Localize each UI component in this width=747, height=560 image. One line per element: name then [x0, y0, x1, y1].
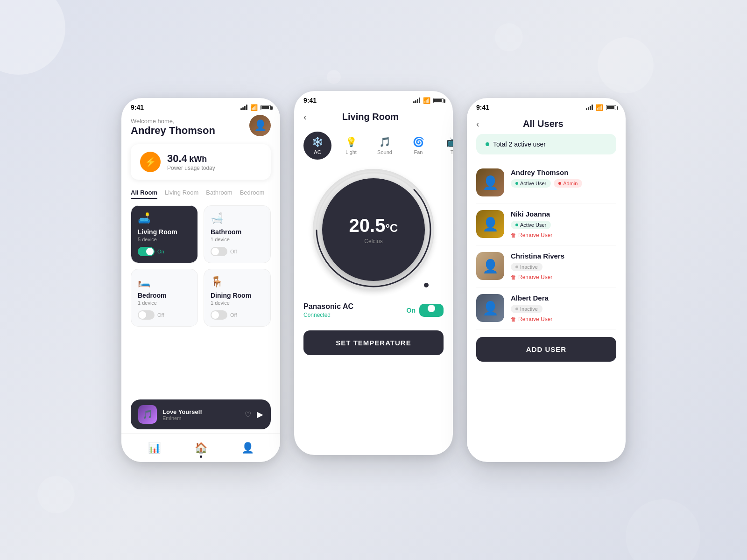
user-item-niki: 👤 Niki Joanna Active User 🗑 Remove User: [476, 203, 616, 245]
bathroom-devices: 1 device: [211, 237, 264, 242]
remove-user-niki[interactable]: 🗑 Remove User: [511, 232, 616, 238]
chart-icon: 📊: [148, 442, 161, 454]
badge-active-niki: Active User: [511, 221, 551, 229]
avatar-img-christina: 👤: [476, 252, 504, 280]
signal-icon-1: [240, 105, 247, 110]
music-artist: Eminem: [162, 415, 239, 421]
active-users-text: Total 2 active user: [493, 140, 546, 148]
temp-control: 20.5°C Celcius: [294, 160, 453, 295]
signal-icon-2: [413, 98, 420, 103]
welcome-text: Welcome home,: [131, 118, 215, 125]
badge-dot-albert: [515, 308, 518, 310]
ac-device-name: Panasonic AC: [303, 302, 353, 311]
device-tab-fan[interactable]: 🌀 Fan: [404, 132, 432, 160]
power-card: ⚡ 30.4 kWh Power usage today: [131, 144, 271, 180]
rooms-grid: 🛋️ Living Room 5 device On 🛁 Bathroom 1 …: [131, 205, 271, 327]
music-play-btn[interactable]: ▶: [257, 409, 263, 420]
remove-user-albert[interactable]: 🗑 Remove User: [511, 316, 616, 322]
user-avatar-home[interactable]: 👤: [249, 115, 271, 136]
battery-icon-2: [433, 98, 444, 103]
fan-icon: 🌀: [413, 136, 424, 147]
living-room-switch[interactable]: [138, 247, 155, 256]
device-tab-tv[interactable]: 📺 T: [438, 132, 453, 160]
device-tab-light[interactable]: 💡 Light: [337, 132, 365, 160]
bedroom-name: Bedroom: [138, 292, 191, 299]
music-thumbnail: 🎵: [138, 405, 157, 424]
nav-active-dot: [200, 455, 202, 458]
add-user-button[interactable]: ADD USER: [476, 337, 616, 362]
user-details-albert: Albert Dera Inactive 🗑 Remove User: [511, 294, 616, 322]
user-badges-andrey: Active User Admin: [511, 179, 616, 188]
music-controls: ♡ ▶: [245, 409, 263, 420]
room-card-bedroom[interactable]: 🛏️ Bedroom 1 device Off: [131, 269, 198, 327]
power-label: Power usage today: [167, 165, 215, 171]
avatar-christina: 👤: [476, 252, 504, 280]
temp-ring-outer[interactable]: 20.5°C Celcius: [313, 169, 434, 290]
room-card-dining[interactable]: 🪑 Dining Room 1 device Off: [204, 269, 271, 327]
trash-icon-albert: 🗑: [511, 316, 516, 322]
temp-arc-svg: [313, 169, 434, 290]
bedroom-switch[interactable]: [138, 310, 155, 320]
users-header: ‹ All Users: [467, 114, 626, 134]
avatar-niki: 👤: [476, 210, 504, 238]
wifi-icon-3: 📶: [596, 104, 603, 111]
bedroom-devices: 1 device: [138, 300, 191, 306]
status-bar-3: 9:41 📶: [467, 98, 626, 114]
ac-toggle-label: On: [407, 307, 416, 314]
user-name-niki: Niki Joanna: [511, 210, 616, 218]
bathroom-toggle-label: Off: [230, 249, 237, 254]
home-icon: 🏠: [195, 442, 207, 454]
bathroom-switch[interactable]: [211, 247, 227, 256]
room-card-living[interactable]: 🛋️ Living Room 5 device On: [131, 205, 198, 263]
phone-living-room: 9:41 📶 ‹ Living Room ❄️ AC: [294, 91, 453, 455]
knob-dot[interactable]: [423, 282, 430, 288]
tab-all-room[interactable]: All Room: [131, 189, 157, 199]
phones-container: 9:41 📶 Welcome home, Andrey Thomson: [121, 98, 626, 462]
remove-user-christina[interactable]: 🗑 Remove User: [511, 274, 616, 280]
device-tab-ac[interactable]: ❄️ AC: [303, 132, 331, 160]
bathroom-icon: 🛁: [211, 212, 264, 224]
trash-icon-christina: 🗑: [511, 274, 516, 280]
tab-bathroom[interactable]: Bathroom: [206, 189, 232, 199]
badge-dot-andrey: [515, 182, 518, 185]
badge-dot-niki: [515, 224, 518, 226]
music-bar: 🎵 Love Yourself Eminem ♡ ▶: [131, 399, 271, 429]
bathroom-toggle: Off: [211, 247, 264, 256]
user-item-albert: 👤 Albert Dera Inactive 🗑 Remove User: [476, 287, 616, 329]
user-name-christina: Christina Rivers: [511, 252, 616, 260]
ac-device-info: Panasonic AC Connected: [303, 302, 353, 318]
nav-home[interactable]: 🏠: [195, 442, 207, 454]
living-room-header: ‹ Living Room: [294, 107, 453, 127]
living-room-icon: 🛋️: [138, 212, 191, 224]
user-name-andrey: Andrey Thomson: [511, 168, 616, 176]
room-tabs: All Room Living Room Bathroom Bedroom: [131, 189, 271, 199]
avatar-img-andrey: 👤: [476, 168, 504, 196]
time-1: 9:41: [131, 104, 144, 111]
dining-switch[interactable]: [211, 310, 227, 320]
back-button-2[interactable]: ‹: [303, 112, 307, 122]
ac-toggle-switch[interactable]: [419, 304, 444, 317]
user-item-andrey: 👤 Andrey Thomson Active User Admin: [476, 162, 616, 203]
tab-living-room[interactable]: Living Room: [165, 189, 198, 199]
living-room-toggle: On: [138, 247, 191, 256]
device-tab-sound[interactable]: 🎵 Sound: [371, 132, 399, 160]
room-card-bathroom[interactable]: 🛁 Bathroom 1 device Off: [204, 205, 271, 263]
ac-device-row: Panasonic AC Connected On: [294, 295, 453, 326]
bathroom-name: Bathroom: [211, 228, 264, 236]
ac-icon: ❄️: [312, 136, 324, 147]
dining-icon: 🪑: [211, 276, 264, 288]
set-temp-button[interactable]: SET TEMPERATURE: [303, 330, 444, 355]
power-unit: kWh: [189, 154, 207, 164]
user-name: Andrey Thomson: [131, 125, 215, 137]
nav-stats[interactable]: 📊: [148, 442, 161, 454]
phone-users: 9:41 📶 ‹ All Users Total 2 ac: [467, 98, 626, 462]
bedroom-toggle: Off: [138, 310, 191, 320]
music-like-btn[interactable]: ♡: [245, 410, 251, 419]
back-button-3[interactable]: ‹: [476, 119, 479, 129]
tab-bedroom[interactable]: Bedroom: [240, 189, 265, 199]
ac-toggle-row: On: [407, 304, 444, 317]
user-badges-niki: Active User: [511, 221, 616, 229]
bedroom-icon: 🛏️: [138, 276, 191, 288]
living-room-name: Living Room: [138, 228, 191, 236]
nav-profile[interactable]: 👤: [241, 442, 254, 454]
